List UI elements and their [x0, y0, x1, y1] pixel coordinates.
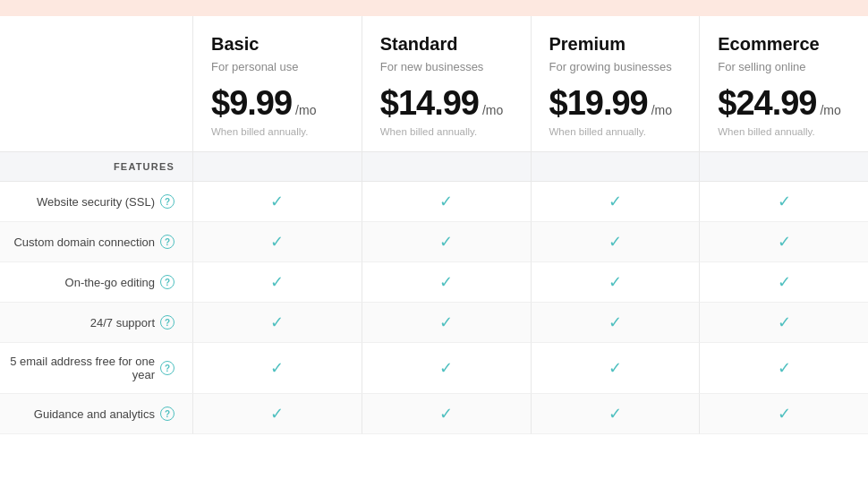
feature-text-analytics: Guidance and analytics — [34, 407, 155, 421]
feature-check-analytics-ecommerce: ✓ — [699, 394, 868, 434]
feature-check-analytics-premium: ✓ — [531, 394, 700, 434]
feature-text-ssl: Website security (SSL) — [37, 195, 155, 209]
feature-text-domain: Custom domain connection — [13, 235, 155, 249]
plan-price-premium: $19.99 — [549, 84, 648, 123]
feature-check-editing-ecommerce: ✓ — [699, 262, 868, 303]
info-icon-domain[interactable]: ? — [160, 235, 174, 249]
check-icon: ✓ — [439, 360, 453, 376]
plan-tagline-standard: For new businesses — [380, 60, 513, 73]
feature-check-ssl-premium: ✓ — [531, 182, 700, 222]
feature-check-support-basic: ✓ — [192, 303, 362, 343]
info-icon-analytics[interactable]: ? — [160, 407, 174, 421]
features-empty-1 — [192, 152, 362, 182]
features-empty-2 — [362, 152, 531, 182]
feature-check-domain-premium: ✓ — [531, 222, 700, 262]
check-icon: ✓ — [608, 314, 622, 330]
feature-check-ssl-basic: ✓ — [192, 182, 362, 222]
plan-price-basic: $9.99 — [211, 84, 292, 123]
check-icon: ✓ — [778, 274, 791, 290]
feature-check-ssl-ecommerce: ✓ — [699, 182, 868, 222]
plan-period-premium: /mo — [651, 103, 672, 117]
check-icon: ✓ — [270, 360, 284, 376]
plan-price-standard: $14.99 — [380, 84, 479, 123]
feature-check-editing-premium: ✓ — [531, 262, 700, 303]
empty-header-cell — [0, 16, 192, 152]
check-icon: ✓ — [778, 406, 791, 422]
feature-text-email: 5 email address free for one year — [9, 355, 155, 381]
feature-check-support-standard: ✓ — [362, 303, 531, 343]
feature-label-domain: Custom domain connection ? — [0, 222, 192, 262]
feature-check-support-premium: ✓ — [531, 303, 700, 343]
feature-check-domain-standard: ✓ — [362, 222, 531, 262]
feature-check-email-ecommerce: ✓ — [699, 343, 868, 394]
top-banner — [0, 0, 868, 16]
check-icon: ✓ — [270, 193, 284, 210]
check-icon: ✓ — [778, 314, 791, 330]
features-empty-3 — [531, 152, 700, 182]
info-icon-ssl[interactable]: ? — [160, 194, 174, 209]
check-icon: ✓ — [778, 193, 791, 210]
check-icon: ✓ — [270, 314, 284, 330]
plan-header-standard: Standard For new businesses $14.99 /mo W… — [362, 16, 531, 152]
check-icon: ✓ — [439, 314, 453, 330]
feature-check-domain-ecommerce: ✓ — [699, 222, 868, 262]
feature-check-email-standard: ✓ — [362, 343, 531, 394]
check-icon: ✓ — [608, 234, 622, 250]
plan-tagline-basic: For personal use — [211, 60, 344, 73]
feature-text-editing: On-the-go editing — [65, 276, 155, 289]
plan-header-ecommerce: Ecommerce For selling online $24.99 /mo … — [699, 16, 868, 152]
feature-label-ssl: Website security (SSL) ? — [0, 182, 192, 222]
plan-tagline-ecommerce: For selling online — [718, 60, 850, 73]
feature-check-editing-basic: ✓ — [192, 262, 362, 303]
pricing-table: Basic For personal use $9.99 /mo When bi… — [0, 16, 868, 434]
check-icon: ✓ — [778, 360, 791, 376]
feature-check-analytics-basic: ✓ — [192, 394, 362, 434]
plan-header-premium: Premium For growing businesses $19.99 /m… — [531, 16, 700, 152]
feature-check-editing-standard: ✓ — [362, 262, 531, 303]
plan-name-basic: Basic — [211, 34, 344, 55]
plan-period-ecommerce: /mo — [820, 103, 840, 117]
info-icon-editing[interactable]: ? — [160, 275, 174, 289]
check-icon: ✓ — [608, 360, 622, 376]
feature-check-email-basic: ✓ — [192, 343, 362, 394]
plan-billing-premium: When billed annually. — [549, 126, 682, 137]
feature-check-email-premium: ✓ — [531, 343, 700, 394]
features-empty-4 — [699, 152, 868, 182]
check-icon: ✓ — [608, 274, 622, 290]
check-icon: ✓ — [270, 274, 284, 290]
plan-period-standard: /mo — [482, 103, 503, 117]
plan-tagline-premium: For growing businesses — [549, 60, 682, 73]
info-icon-support[interactable]: ? — [160, 315, 174, 330]
plan-name-premium: Premium — [549, 34, 682, 55]
check-icon: ✓ — [608, 193, 622, 210]
feature-check-ssl-standard: ✓ — [362, 182, 531, 222]
plan-header-basic: Basic For personal use $9.99 /mo When bi… — [192, 16, 362, 152]
features-label-cell: FEATURES — [0, 152, 192, 182]
feature-label-support: 24/7 support ? — [0, 303, 192, 343]
feature-check-analytics-standard: ✓ — [362, 394, 531, 434]
check-icon: ✓ — [439, 193, 453, 210]
check-icon: ✓ — [270, 234, 284, 250]
plan-period-basic: /mo — [295, 103, 316, 117]
plan-name-ecommerce: Ecommerce — [718, 34, 850, 55]
plan-billing-ecommerce: When billed annually. — [718, 126, 850, 137]
plan-price-ecommerce: $24.99 — [718, 84, 816, 123]
info-icon-email[interactable]: ? — [160, 361, 174, 375]
check-icon: ✓ — [608, 406, 622, 422]
check-icon: ✓ — [778, 234, 791, 250]
feature-label-editing: On-the-go editing ? — [0, 262, 192, 303]
feature-check-support-ecommerce: ✓ — [699, 303, 868, 343]
check-icon: ✓ — [439, 234, 453, 250]
features-label: FEATURES — [114, 161, 174, 172]
plan-name-standard: Standard — [380, 34, 513, 55]
feature-label-analytics: Guidance and analytics ? — [0, 394, 192, 434]
check-icon: ✓ — [439, 406, 453, 422]
plan-billing-basic: When billed annually. — [211, 126, 344, 137]
check-icon: ✓ — [439, 274, 453, 290]
feature-text-support: 24/7 support — [90, 316, 155, 330]
check-icon: ✓ — [270, 406, 284, 422]
feature-check-domain-basic: ✓ — [192, 222, 362, 262]
feature-label-email: 5 email address free for one year ? — [0, 343, 192, 394]
plan-billing-standard: When billed annually. — [380, 126, 513, 137]
